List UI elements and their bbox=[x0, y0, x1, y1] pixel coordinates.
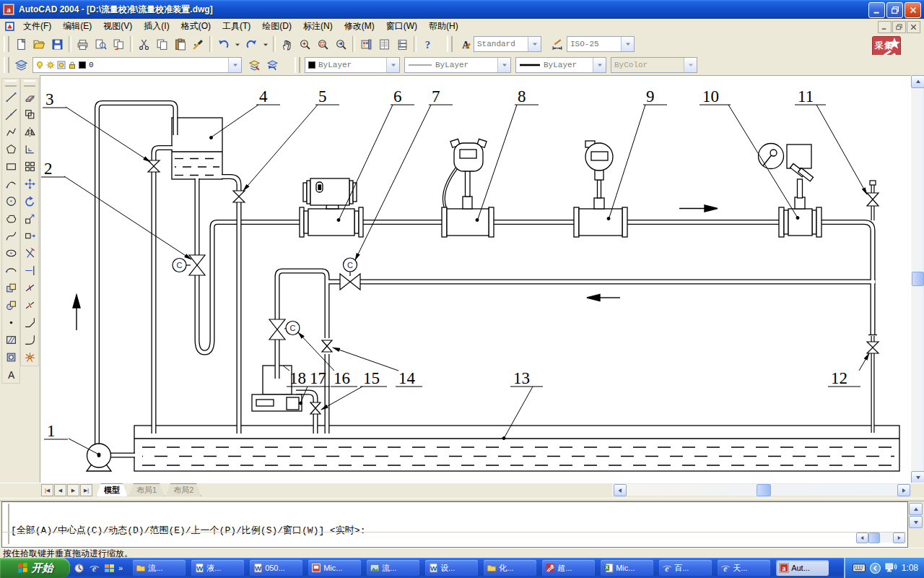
draw-make-block-button[interactable] bbox=[2, 296, 19, 314]
display-volume-icon[interactable] bbox=[885, 563, 897, 574]
scroll-up-icon[interactable] bbox=[911, 75, 924, 88]
quicklaunch-chevron-icon[interactable]: » bbox=[118, 564, 123, 572]
quicklaunch-app-icon[interactable] bbox=[72, 561, 85, 574]
modify-chamfer-button[interactable] bbox=[21, 314, 38, 331]
menu-edit[interactable]: 编辑(E) bbox=[57, 19, 97, 34]
modify-array-button[interactable] bbox=[21, 158, 38, 175]
document-icon[interactable] bbox=[3, 20, 16, 33]
menu-window[interactable]: 窗口(W) bbox=[380, 19, 423, 34]
layer-combo[interactable]: 0 bbox=[32, 57, 242, 73]
menu-tools[interactable]: 工具(T) bbox=[217, 19, 256, 34]
chevron-down-icon[interactable] bbox=[684, 58, 697, 72]
scroll-left-icon[interactable] bbox=[614, 484, 627, 496]
quicklaunch-media-icon[interactable] bbox=[103, 561, 116, 574]
draw-construction-line-button[interactable] bbox=[2, 105, 19, 123]
layer-previous-icon[interactable] bbox=[263, 56, 282, 74]
toolbar-open-button[interactable] bbox=[30, 35, 48, 53]
toolbar-grip[interactable] bbox=[5, 80, 17, 87]
toolbar-zoom-previous-button[interactable] bbox=[332, 35, 350, 53]
menu-draw[interactable]: 绘图(D) bbox=[256, 19, 297, 34]
chevron-down-icon[interactable] bbox=[593, 58, 606, 72]
modify-scale-button[interactable] bbox=[21, 210, 38, 227]
taskbar-item-ie-1[interactable]: e百... bbox=[659, 560, 712, 576]
modify-rotate-button[interactable] bbox=[21, 192, 38, 210]
tab-layout1[interactable]: 布局1 bbox=[128, 483, 165, 497]
taskbar-item-ssreader[interactable]: 超... bbox=[542, 560, 595, 576]
command-history[interactable]: [全部(A)/中心点(C)/动态(D)/范围(E)/上一个(P)/比例(S)/窗… bbox=[1, 501, 908, 548]
draw-multiline-text-button[interactable]: A bbox=[2, 366, 19, 383]
toolbar-grip[interactable] bbox=[295, 57, 300, 73]
chevron-down-icon[interactable] bbox=[386, 58, 399, 72]
draw-revision-cloud-button[interactable] bbox=[2, 210, 19, 227]
draw-rectangle-button[interactable] bbox=[2, 158, 19, 175]
modify-offset-button[interactable] bbox=[21, 140, 38, 158]
toolbar-cut-button[interactable] bbox=[135, 35, 153, 53]
scroll-right-icon[interactable] bbox=[897, 484, 910, 496]
taskbar-item-word-2[interactable]: W050... bbox=[250, 560, 302, 576]
menu-dimension[interactable]: 标注(N) bbox=[297, 19, 339, 34]
toolbar-grip[interactable] bbox=[4, 57, 9, 73]
menu-file[interactable]: 文件(F) bbox=[17, 19, 57, 34]
autocad-window-icon[interactable]: a bbox=[2, 3, 15, 16]
menu-help[interactable]: 帮助(H) bbox=[423, 19, 464, 34]
draw-arc-button[interactable] bbox=[2, 175, 19, 192]
chevron-down-icon[interactable] bbox=[497, 58, 510, 72]
menu-insert[interactable]: 插入(I) bbox=[138, 19, 175, 34]
toolbar-help-button[interactable]: ? bbox=[419, 35, 437, 53]
toolbar-save-button[interactable] bbox=[48, 35, 66, 53]
toolbar-grip[interactable] bbox=[24, 80, 35, 87]
draw-polygon-button[interactable] bbox=[2, 140, 19, 158]
text-style-combo[interactable]: Standard bbox=[474, 36, 541, 52]
command-vscroll[interactable] bbox=[909, 503, 923, 528]
modify-copy-object-button[interactable] bbox=[21, 105, 38, 123]
toolbar-redo-arrow[interactable] bbox=[261, 35, 271, 53]
first-tab-icon[interactable]: |◀ bbox=[41, 484, 53, 496]
toolbar-grip[interactable] bbox=[4, 36, 9, 52]
modify-trim-button[interactable] bbox=[21, 244, 38, 262]
menu-format[interactable]: 格式(O) bbox=[175, 19, 217, 34]
taskbar-item-autocad[interactable]: aAut... bbox=[776, 560, 829, 576]
draw-circle-button[interactable] bbox=[2, 192, 19, 210]
clock[interactable]: 1:08 bbox=[902, 563, 918, 573]
toolbar-copy-button[interactable] bbox=[153, 35, 171, 53]
drawing-canvas[interactable]: C C C bbox=[40, 75, 912, 483]
prev-tab-icon[interactable]: ◀ bbox=[54, 484, 66, 496]
taskbar-item-word-3[interactable]: W设... bbox=[425, 560, 478, 576]
command-hscroll-thumb[interactable] bbox=[868, 532, 880, 543]
toolbar-tool-palettes-button[interactable] bbox=[357, 35, 375, 53]
text-style-icon[interactable]: A bbox=[456, 35, 474, 53]
command-hscrollbar[interactable] bbox=[856, 532, 904, 543]
doc-minimize-button[interactable] bbox=[878, 21, 892, 33]
restore-button[interactable] bbox=[886, 2, 903, 18]
modify-fillet-button[interactable] bbox=[21, 331, 38, 348]
modify-mirror-button[interactable] bbox=[21, 123, 38, 140]
draw-hatch-button[interactable] bbox=[2, 331, 19, 348]
modify-move-button[interactable] bbox=[21, 175, 38, 192]
taskbar-item-red-app[interactable]: Mic... bbox=[308, 560, 361, 576]
language-bar-icon[interactable] bbox=[870, 563, 881, 574]
last-tab-icon[interactable]: ▶| bbox=[80, 484, 92, 496]
toolbar-undo-button[interactable] bbox=[214, 35, 232, 53]
toolbar-match-properties-button[interactable] bbox=[189, 35, 207, 53]
modify-extend-button[interactable] bbox=[21, 262, 38, 279]
plot-style-combo[interactable]: ByColor bbox=[611, 57, 697, 73]
color-combo[interactable]: ByLayer bbox=[305, 57, 400, 73]
horizontal-scroll-thumb[interactable] bbox=[757, 484, 771, 496]
vertical-scroll-thumb[interactable] bbox=[912, 272, 924, 286]
keyboard-icon[interactable] bbox=[853, 564, 866, 572]
doc-restore-button[interactable] bbox=[892, 21, 906, 33]
draw-line-button[interactable] bbox=[2, 88, 19, 105]
draw-ellipse-arc-button[interactable] bbox=[2, 262, 19, 279]
scroll-left-icon[interactable] bbox=[856, 532, 868, 543]
toolbar-print-preview-button[interactable] bbox=[92, 35, 110, 53]
command-input[interactable] bbox=[8, 533, 802, 545]
taskbar-item-excel[interactable]: XMic... bbox=[601, 560, 653, 576]
dim-style-icon[interactable] bbox=[549, 35, 567, 53]
menu-modify[interactable]: 修改(M) bbox=[339, 19, 380, 34]
draw-ellipse-button[interactable] bbox=[2, 244, 19, 262]
toolbar-pan-button[interactable] bbox=[278, 35, 296, 53]
scroll-up-icon[interactable] bbox=[909, 503, 923, 515]
taskbar-item-ie-2[interactable]: e天... bbox=[718, 560, 770, 576]
draw-spline-button[interactable] bbox=[2, 227, 19, 244]
taskbar-item-folder-1[interactable]: 流... bbox=[133, 560, 186, 576]
